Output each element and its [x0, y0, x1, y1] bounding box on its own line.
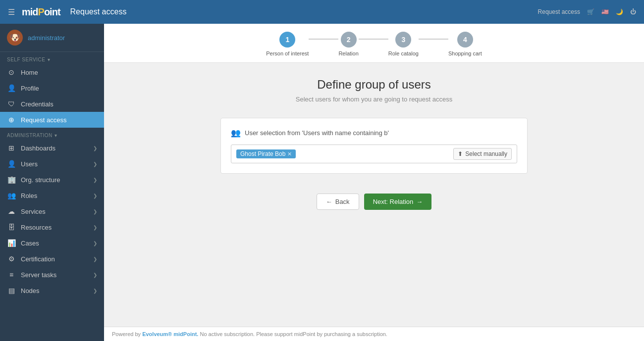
next-label: Next: Relation	[373, 198, 414, 205]
content-area: 1 Person of interest 2 Relation 3 Role c…	[104, 24, 644, 341]
users-group-icon: 👥	[231, 128, 241, 138]
sidebar-item-server-tasks[interactable]: ≡ Server tasks ❯	[0, 267, 104, 283]
step-3: 3 Role catalog	[388, 32, 419, 56]
step-2: 2 Relation	[338, 32, 358, 56]
sidebar-item-certification-label: Certification	[21, 255, 88, 263]
cases-arrow: ❯	[93, 241, 97, 246]
sidebar-item-users[interactable]: 👤 Users ❯	[0, 156, 104, 172]
services-arrow: ❯	[93, 209, 97, 214]
select-manually-label: Select manually	[465, 150, 507, 157]
sidebar-item-home-label: Home	[21, 69, 97, 76]
resources-icon: 🗄	[7, 223, 16, 231]
step-2-label: Relation	[338, 50, 358, 56]
sidebar-item-dashboards[interactable]: ⊞ Dashboards ❯	[0, 140, 104, 156]
nodes-icon: ▤	[7, 287, 16, 294]
nodes-arrow: ❯	[93, 288, 97, 293]
next-arrow-icon: →	[416, 198, 423, 205]
request-access-icon: ⊕	[7, 116, 16, 124]
sidebar-item-resources[interactable]: 🗄 Resources ❯	[0, 219, 104, 235]
hamburger-icon[interactable]: ☰	[8, 7, 15, 17]
users-arrow: ❯	[93, 161, 97, 167]
sidebar-item-profile-label: Profile	[21, 85, 97, 92]
sidebar-item-nodes-label: Nodes	[21, 287, 88, 294]
next-button[interactable]: Next: Relation →	[364, 194, 432, 210]
power-icon[interactable]: ⏻	[630, 8, 636, 15]
user-tag-ghost-pirate-bob: Ghost Pirate Bob ✕	[236, 149, 296, 158]
sidebar-item-credentials[interactable]: 🛡 Credentials	[0, 96, 104, 112]
topnav-actions: Request access 🛒 🇺🇸 🌙 ⏻	[538, 8, 636, 15]
logo: midPoint	[22, 6, 60, 18]
back-arrow-icon: ←	[326, 198, 332, 205]
moon-icon[interactable]: 🌙	[616, 8, 623, 15]
sidebar-item-server-tasks-label: Server tasks	[21, 271, 88, 279]
sidebar-item-request-access[interactable]: ⊕ Request access	[0, 112, 104, 128]
sidebar-item-profile[interactable]: 👤 Profile	[0, 80, 104, 96]
roles-icon: 👥	[7, 192, 16, 199]
sidebar-item-roles-label: Roles	[21, 192, 88, 199]
sidebar-item-cases-label: Cases	[21, 240, 88, 247]
footer: Powered by Evolveum® midPoint. No active…	[104, 327, 644, 341]
topnav: ☰ midPoint Request access Request access…	[0, 0, 644, 24]
sidebar-item-home[interactable]: ⊙ Home	[0, 64, 104, 80]
action-bar: ← Back Next: Relation →	[124, 189, 624, 215]
cart-icon[interactable]: 🛒	[587, 8, 594, 15]
back-label: Back	[335, 198, 350, 205]
step-3-label: Role catalog	[388, 50, 419, 56]
page-title: Define group of users	[124, 78, 624, 92]
home-icon: ⊙	[7, 68, 16, 76]
users-icon: 👤	[7, 160, 16, 168]
back-button[interactable]: ← Back	[317, 194, 359, 210]
sidebar-item-resources-label: Resources	[21, 224, 88, 231]
sidebar-item-certification[interactable]: ⚙ Certification ❯	[0, 251, 104, 267]
sidebar-item-dashboards-label: Dashboards	[21, 145, 88, 152]
user-tag-label: Ghost Pirate Bob	[240, 150, 285, 157]
step-1: 1 Person of interest	[266, 32, 309, 56]
selection-card-header: 👥 User selection from 'Users with name c…	[231, 128, 517, 138]
sidebar-item-credentials-label: Credentials	[21, 100, 97, 108]
step-1-label: Person of interest	[266, 50, 309, 56]
sidebar-username: administrator	[28, 34, 65, 42]
steps-bar: 1 Person of interest 2 Relation 3 Role c…	[104, 24, 644, 63]
selection-card-title: User selection from 'Users with name con…	[245, 129, 389, 137]
sidebar-item-org-label: Org. structure	[21, 176, 88, 184]
profile-icon: 👤	[7, 84, 16, 92]
cursor-icon: ⬆	[458, 150, 463, 157]
sidebar-item-org-structure[interactable]: 🏢 Org. structure ❯	[0, 172, 104, 188]
step-2-circle: 2	[341, 32, 357, 48]
sidebar-item-services-label: Services	[21, 208, 88, 215]
roles-arrow: ❯	[93, 193, 97, 198]
step-3-circle: 3	[395, 32, 411, 48]
step-4-circle: 4	[457, 32, 473, 48]
step-1-circle: 1	[279, 32, 295, 48]
sidebar-item-nodes[interactable]: ▤ Nodes ❯	[0, 283, 104, 298]
user-field[interactable]: Ghost Pirate Bob ✕ ⬆ Select manually	[231, 145, 517, 163]
user-tag-close-icon[interactable]: ✕	[287, 151, 292, 157]
flag-icon[interactable]: 🇺🇸	[601, 8, 609, 15]
footer-powered-by: Powered by	[112, 331, 141, 337]
sidebar-item-cases[interactable]: 📊 Cases ❯	[0, 235, 104, 251]
dashboards-arrow: ❯	[93, 146, 97, 151]
org-icon: 🏢	[7, 176, 16, 184]
admin-label: ADMINISTRATION ▾	[0, 128, 104, 140]
credentials-icon: 🛡	[7, 100, 16, 108]
self-service-label: SELF SERVICE ▾	[0, 52, 104, 64]
step-4-label: Shopping cart	[448, 50, 482, 56]
select-manually-button[interactable]: ⬆ Select manually	[453, 148, 512, 160]
step-connector-1	[309, 39, 338, 40]
sidebar-item-request-access-label: Request access	[21, 116, 97, 124]
services-icon: ☁	[7, 207, 16, 215]
sidebar-user[interactable]: 🐶 administrator	[0, 24, 104, 52]
step-connector-3	[419, 39, 448, 40]
certification-icon: ⚙	[7, 255, 16, 263]
step-4: 4 Shopping cart	[448, 32, 482, 56]
footer-brand-link[interactable]: Evolveum® midPoint.	[142, 331, 198, 337]
resources-arrow: ❯	[93, 225, 97, 230]
selection-card: 👥 User selection from 'Users with name c…	[220, 118, 528, 174]
step-connector-2	[359, 39, 388, 40]
sidebar-item-roles[interactable]: 👥 Roles ❯	[0, 188, 104, 203]
server-tasks-icon: ≡	[7, 271, 16, 279]
sidebar-item-services[interactable]: ☁ Services ❯	[0, 203, 104, 219]
sidebar-item-users-label: Users	[21, 160, 88, 168]
org-arrow: ❯	[93, 177, 97, 183]
page-subtitle: Select users for whom you are going to r…	[124, 96, 624, 103]
